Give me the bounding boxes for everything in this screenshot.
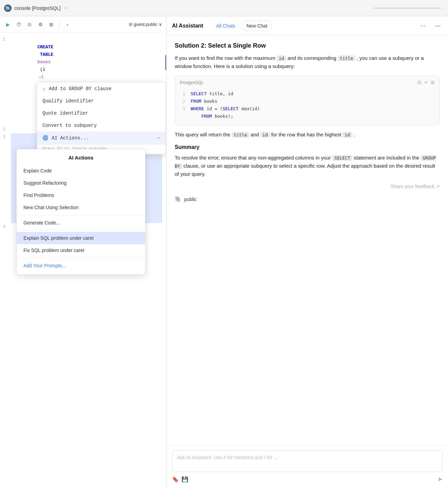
ai-action-generate-code[interactable]: Generate Code... <box>17 217 145 229</box>
editor-panel: ▶ ⏱ ⊙ ⚙ ⊞ › ⊞ guest.public ∨ 1 CREATE TA… <box>0 16 167 487</box>
ai-action-fix-sql[interactable]: Fix SQL problem under caret <box>17 244 145 256</box>
ai-action-explain-code[interactable]: Explain Code <box>17 165 145 177</box>
section-heading: Solution 2: Select a Single Row <box>175 42 440 49</box>
chat-input-area: Ask AI Assistant. Use # for mentions and… <box>167 446 448 487</box>
cb-num <box>180 113 185 120</box>
public-tag: 🐘 public <box>175 196 440 202</box>
code-block: PostgreSQL ⧉ ≡ ⊞ 1 SELECT title, id <box>175 76 440 125</box>
cb-code: FROM books); <box>191 113 233 120</box>
run-button[interactable]: ▶ <box>4 21 12 28</box>
chat-input-toolbar: 🔖 💾 ➤ <box>172 475 443 483</box>
editor-toolbar: ▶ ⏱ ⊙ ⚙ ⊞ › ⊞ guest.public ∨ <box>0 16 166 33</box>
middle-text-1: and its corresponding <box>288 55 336 61</box>
ai-action-add-prompts[interactable]: Add Your Prompts... <box>17 259 145 272</box>
assistant-content: Solution 2: Select a Single Row If you w… <box>167 35 448 446</box>
code-block-icons: ⧉ ≡ ⊞ <box>418 80 435 85</box>
close-tab-button[interactable]: × <box>65 6 67 11</box>
run-circle-button[interactable]: ⊙ <box>26 21 33 28</box>
feedback-row: Share your feedback ↗ <box>175 184 440 189</box>
code-block-header: PostgreSQL ⧉ ≡ ⊞ <box>175 76 440 89</box>
cb-code: WHERE id = (SELECT max(id) <box>191 105 260 113</box>
inline-code-id2: id <box>260 132 270 138</box>
ai-action-new-chat[interactable]: New Chat Using Selection <box>17 201 145 214</box>
line-number: 3 <box>0 133 11 141</box>
assistant-tabs: All Chats New Chat <box>211 21 273 31</box>
intro-paragraph: If you want to find the row with the max… <box>175 54 440 70</box>
inline-code-id3: id <box>343 132 352 138</box>
insert-icon[interactable]: ⊞ <box>431 80 435 85</box>
tab-all-chats[interactable]: All Chats <box>211 21 240 31</box>
ai-actions-menu: AI Actions Explain Code Suggest Refactor… <box>16 149 145 275</box>
cb-line-4: FROM books); <box>180 113 435 120</box>
inline-code-id: id <box>277 55 286 61</box>
history-button[interactable]: ⏱ <box>15 21 22 28</box>
context-menu-item-group-by[interactable]: ⚠️ Add to GROUP BY clause <box>37 82 166 95</box>
cb-line-2: 2 FROM books <box>180 98 435 105</box>
assistant-header: AI Assistant All Chats New Chat ⋯ — <box>167 16 448 35</box>
keyword-table: TABLE <box>37 52 56 57</box>
context-menu-item-quote[interactable]: Quote identifier <box>37 107 166 119</box>
bookmark-icon[interactable]: 🔖 <box>172 476 179 483</box>
minimize-button[interactable]: — <box>433 21 443 31</box>
inline-code-title: title <box>338 55 355 61</box>
send-button[interactable]: ➤ <box>437 475 443 483</box>
window-title: console [PostgreSQL] <box>14 5 61 11</box>
top-bar: 🐘 console [PostgreSQL] × <box>0 0 448 16</box>
ai-swirl-icon: 🌀 <box>42 135 48 141</box>
schema-selector[interactable]: ⊞ guest.public ∨ <box>129 22 162 27</box>
chat-input-box[interactable]: Ask AI Assistant. Use # for mentions and… <box>172 450 443 472</box>
toolbar-divider <box>59 21 59 28</box>
tab-new-chat[interactable]: New Chat <box>241 21 272 31</box>
copy-icon[interactable]: ⧉ <box>418 80 421 85</box>
line-number: 4 <box>0 223 11 231</box>
cb-num: 2 <box>180 98 185 105</box>
scrollbar <box>373 7 441 9</box>
assistant-panel: AI Assistant All Chats New Chat ⋯ — Solu… <box>167 16 448 487</box>
ai-actions-divider-1 <box>17 215 145 215</box>
summary-paragraph: To resolve the error, ensure that any no… <box>175 154 440 178</box>
public-db-icon: 🐘 <box>175 196 182 202</box>
code-block-body: 1 SELECT title, id 2 FROM books 3 <box>175 89 440 125</box>
save-icon[interactable]: 💾 <box>182 476 188 483</box>
schema-label: guest.public <box>134 22 157 27</box>
format-icon[interactable]: ≡ <box>425 80 427 85</box>
context-menu-label-group-by: Add to GROUP BY clause <box>49 86 111 91</box>
context-menu-item-subquery[interactable]: Convert to subquery <box>37 119 166 132</box>
line-number: 2 <box>0 126 11 133</box>
cb-line-1: 1 SELECT title, id <box>180 90 435 98</box>
inline-code-title2: title <box>232 132 249 138</box>
more-options-button[interactable]: ⋯ <box>418 21 428 31</box>
context-menu-label-quote: Quote identifier <box>42 111 88 116</box>
table-button[interactable]: ⊞ <box>48 21 55 28</box>
feedback-link[interactable]: Share your feedback ↗ <box>391 184 440 189</box>
context-menu-item-qualify[interactable]: Qualify identifier <box>37 95 166 107</box>
main-area: ▶ ⏱ ⊙ ⚙ ⊞ › ⊞ guest.public ∨ 1 CREATE TA… <box>0 16 448 487</box>
context-menu-label-subquery: Convert to subquery <box>42 123 97 128</box>
identifier-books: books <box>37 60 51 65</box>
schema-chevron-icon: ∨ <box>159 22 162 27</box>
cb-num: 3 <box>180 105 185 113</box>
ai-action-find-problems[interactable]: Find Problems <box>17 189 145 201</box>
line-indicator <box>165 55 166 70</box>
code-block-lang: PostgreSQL <box>180 80 204 85</box>
ai-action-suggest-refactoring[interactable]: Suggest Refactoring <box>17 177 145 189</box>
ai-action-explain-sql[interactable]: Explain SQL problem under caret <box>17 232 145 244</box>
inline-code-group-by: GROUP BY <box>175 155 436 169</box>
query-explain-paragraph: This query will return the title and id … <box>175 131 440 139</box>
chat-input-placeholder: Ask AI Assistant. Use # for mentions and… <box>177 455 437 460</box>
settings-button[interactable]: ⚙ <box>37 21 44 28</box>
warning-icon: ⚠️ <box>42 86 45 91</box>
chevron-right-icon[interactable]: › <box>64 21 71 28</box>
context-menu-item-ai[interactable]: 🌀 AI Actions... ⋯ <box>37 132 166 144</box>
ai-actions-divider-2 <box>17 230 145 231</box>
schema-db-icon: ⊞ <box>129 22 133 27</box>
context-menu-label-ai: AI Actions... <box>52 135 89 141</box>
ai-actions-title: AI Actions <box>17 152 145 165</box>
context-menu: ⚠️ Add to GROUP BY clause Qualify identi… <box>37 82 166 154</box>
summary-heading: Summary <box>175 144 440 150</box>
error-icon: ⚠️1 <box>39 75 44 80</box>
public-label: public <box>184 197 197 202</box>
context-menu-label-qualify: Qualify identifier <box>42 98 94 104</box>
intro-text: If you want to find the row with the max… <box>175 55 275 61</box>
cb-code: FROM books <box>191 98 217 105</box>
